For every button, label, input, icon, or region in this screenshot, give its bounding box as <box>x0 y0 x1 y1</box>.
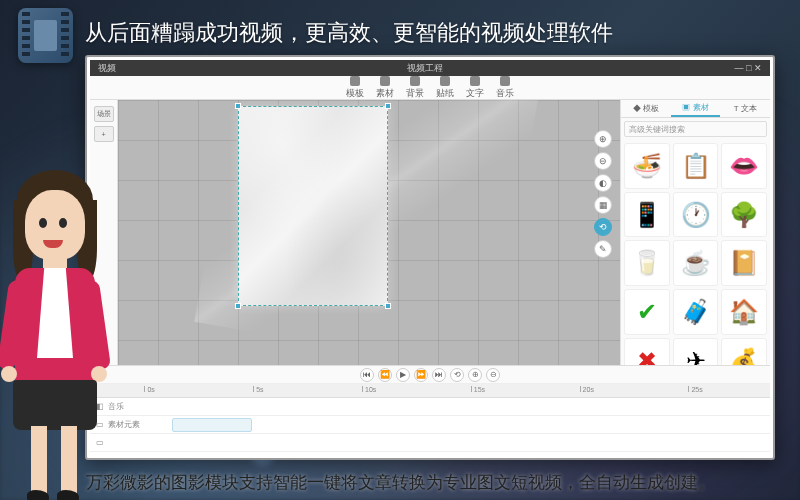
sticker-noodles[interactable]: 🍜 <box>624 143 670 189</box>
main-toolbar: 模板 素材 背景 贴纸 文字 音乐 <box>90 76 770 100</box>
sticker-tree[interactable]: 🌳 <box>721 192 767 238</box>
sticker-check[interactable]: ✔ <box>624 289 670 335</box>
loop-button[interactable]: ⟲ <box>450 368 464 382</box>
edit-button[interactable]: ✎ <box>594 240 612 258</box>
title-center: 视频工程 <box>116 62 735 75</box>
timeline-track-element[interactable]: ▭ 素材元素 <box>90 416 770 434</box>
sticker-sign[interactable]: 📋 <box>673 143 719 189</box>
sticker-clock[interactable]: 🕐 <box>673 192 719 238</box>
scene-thumb[interactable]: 场景 <box>94 106 114 122</box>
skip-end-button[interactable]: ⏭ <box>432 368 446 382</box>
sticker-cross[interactable]: ✖ <box>624 338 670 365</box>
sticker-cup[interactable]: ☕ <box>673 240 719 286</box>
toolbar-music[interactable]: 音乐 <box>496 76 514 100</box>
app-titlebar: 视频 视频工程 — □ ✕ <box>90 60 770 76</box>
sticker-plane[interactable]: ✈ <box>673 338 719 365</box>
timeline-zoom-in[interactable]: ⊕ <box>468 368 482 382</box>
sticker-phone[interactable]: 📱 <box>624 192 670 238</box>
zoom-in-button[interactable]: ⊕ <box>594 130 612 148</box>
play-button[interactable]: ▶ <box>396 368 410 382</box>
timeline-track-audio[interactable]: ◧ 音乐 <box>90 398 770 416</box>
title-left: 视频 <box>98 62 116 75</box>
sticker-notebook[interactable]: 📔 <box>721 240 767 286</box>
sticker-luggage[interactable]: 🧳 <box>673 289 719 335</box>
timeline-ruler[interactable]: 0s 5s 10s 15s 20s 25s <box>90 384 770 398</box>
assets-panel: ◆ 模板 ▣ 素材 T 文本 高级关键词搜索 🍜 📋 👄 📱 🕐 🌳 🥛 ☕ 📔… <box>620 100 770 365</box>
tab-assets[interactable]: ▣ 素材 <box>671 100 721 117</box>
canvas-area[interactable]: ⊕ ⊖ ◐ ▦ ⟲ ✎ <box>118 100 620 365</box>
canvas-selected-element[interactable] <box>238 106 388 306</box>
sticker-lips[interactable]: 👄 <box>721 143 767 189</box>
toolbar-text[interactable]: 文字 <box>466 76 484 100</box>
headline-text: 从后面糟蹋成功视频，更高效、更智能的视频处理软件 <box>85 18 780 48</box>
contrast-button[interactable]: ◐ <box>594 174 612 192</box>
toolbar-assets[interactable]: 素材 <box>376 76 394 100</box>
toolbar-stickers[interactable]: 贴纸 <box>436 76 454 100</box>
rewind-button[interactable]: ⏪ <box>378 368 392 382</box>
playback-controls: ⏮ ⏪ ▶ ⏩ ⏭ ⟲ ⊕ ⊖ <box>90 366 770 384</box>
film-logo-icon <box>18 8 73 63</box>
tab-templates[interactable]: ◆ 模板 <box>621 100 671 117</box>
window-controls[interactable]: — □ ✕ <box>735 63 762 73</box>
timeline-panel: ⏮ ⏪ ▶ ⏩ ⏭ ⟲ ⊕ ⊖ 0s 5s 10s 15s 20s 25s ◧ <box>90 365 770 455</box>
presenter-avatar <box>0 130 115 500</box>
zoom-out-button[interactable]: ⊖ <box>594 152 612 170</box>
sticker-house[interactable]: 🏠 <box>721 289 767 335</box>
asset-search-input[interactable]: 高级关键词搜索 <box>624 121 767 137</box>
timeline-track-empty[interactable]: ▭ <box>90 434 770 452</box>
grid-button[interactable]: ▦ <box>594 196 612 214</box>
canvas-side-tools: ⊕ ⊖ ◐ ▦ ⟲ ✎ <box>594 130 612 258</box>
app-screenshot: 视频 视频工程 — □ ✕ 模板 素材 背景 贴纸 文字 音乐 场景 + <box>85 55 775 460</box>
tab-text[interactable]: T 文本 <box>720 100 770 117</box>
timeline-clip[interactable] <box>172 418 252 432</box>
toolbar-templates[interactable]: 模板 <box>346 76 364 100</box>
reset-button[interactable]: ⟲ <box>594 218 612 236</box>
forward-button[interactable]: ⏩ <box>414 368 428 382</box>
caption-text: 万彩微影的图影模块支持智能一键将文章转换为专业图文短视频，全自动生成创建。 <box>0 471 800 494</box>
toolbar-background[interactable]: 背景 <box>406 76 424 100</box>
timeline-zoom-out[interactable]: ⊖ <box>486 368 500 382</box>
sticker-moneybag[interactable]: 💰 <box>721 338 767 365</box>
sticker-grid: 🍜 📋 👄 📱 🕐 🌳 🥛 ☕ 📔 ✔ 🧳 🏠 ✖ ✈ 💰 <box>621 140 770 365</box>
sticker-milk[interactable]: 🥛 <box>624 240 670 286</box>
skip-start-button[interactable]: ⏮ <box>360 368 374 382</box>
